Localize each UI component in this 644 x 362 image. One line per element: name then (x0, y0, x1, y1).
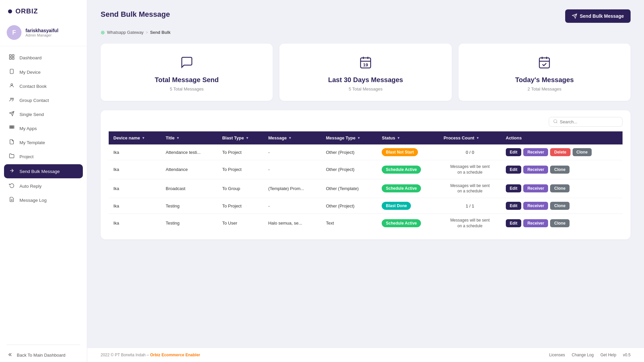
message-type-cell: Other (Project) (321, 144, 377, 160)
table-row: Ika Attendance To Project - Other (Proje… (109, 160, 623, 179)
table-row: Ika Testing To Project - Other (Project)… (109, 198, 623, 214)
footer: 2022 © PT Borwita Indah – Orbiz Ecommerc… (87, 348, 644, 362)
clone-button[interactable]: Clone (550, 202, 569, 210)
footer-left: 2022 © PT Borwita Indah – Orbiz Ecommerc… (101, 353, 200, 357)
breadcrumb-current: Send Bulk (150, 30, 170, 35)
receiver-button[interactable]: Receiver (523, 202, 548, 210)
edit-button[interactable]: Edit (506, 166, 522, 174)
bulk-messages-table: Device name ▼ Title ▼ Bl (109, 131, 623, 233)
sidebar-item-label: Contact Book (19, 84, 47, 89)
page-title: Send Bulk Message (101, 10, 170, 19)
table-section: Device name ▼ Title ▼ Bl (101, 110, 631, 239)
edit-button[interactable]: Edit (506, 148, 522, 156)
avatar: F (7, 25, 21, 40)
footer-licenses[interactable]: Licenses (549, 353, 565, 357)
process-count-cell: Messages will be senton a schedule (439, 160, 501, 179)
actions-cell: Edit Receiver Clone (501, 179, 623, 198)
clone-button[interactable]: Clone (550, 166, 569, 174)
sidebar-item-my-apps[interactable]: My Apps (0, 121, 87, 135)
message-type-cell: Other (Template) (321, 179, 377, 198)
col-device: Device name ▼ (109, 131, 161, 144)
process-count-cell: 0 / 0 (439, 144, 501, 160)
receiver-button[interactable]: Receiver (523, 219, 548, 227)
receiver-button[interactable]: Receiver (523, 166, 548, 174)
breadcrumb: ⊛ Whatsapp Gateway > Send Bulk (101, 29, 631, 36)
col-process-count: Process Count ▼ (439, 131, 501, 144)
clone-button[interactable]: Clone (550, 184, 569, 192)
clone-button[interactable]: Clone (550, 219, 569, 227)
stat-total-title: Total Message Send (155, 76, 219, 84)
action-buttons: Edit Receiver Clone (506, 219, 618, 227)
sidebar-item-message-log[interactable]: Message Log (0, 193, 87, 207)
process-count-cell: 1 / 1 (439, 198, 501, 214)
footer-gethelp[interactable]: Get Help (600, 353, 616, 357)
sidebar-item-my-device[interactable]: My Device (0, 65, 87, 79)
edit-button[interactable]: Edit (506, 202, 522, 210)
delete-button[interactable]: Delete (550, 148, 570, 156)
apps-icon (8, 125, 15, 132)
last30-icon: 19 (359, 56, 372, 72)
col-blast-type: Blast Type ▼ (217, 131, 263, 144)
receiver-button[interactable]: Receiver (523, 184, 548, 192)
table-row: Ika Testing To User Halo semua, se... Te… (109, 214, 623, 233)
status-badge: Blast Done (382, 202, 411, 210)
breadcrumb-link[interactable]: Whatsapp Gateway (107, 30, 144, 35)
filter-icon: ▼ (397, 136, 400, 140)
receiver-button[interactable]: Receiver (523, 148, 548, 156)
sidebar-item-contact-book[interactable]: Contact Book (0, 79, 87, 93)
title-cell: Attendance (161, 160, 217, 179)
message-cell: Halo semua, se... (264, 214, 321, 233)
svg-rect-0 (9, 55, 11, 56)
sidebar-item-label: Project (19, 154, 34, 159)
footer-changelog[interactable]: Change Log (572, 353, 594, 357)
device-cell: Ika (109, 214, 161, 233)
blast-type-cell: To Project (217, 160, 263, 179)
device-cell: Ika (109, 160, 161, 179)
message-cell: - (264, 160, 321, 179)
message-cell: (Template) Prom... (264, 179, 321, 198)
dashboard-icon (8, 54, 15, 61)
group-icon (8, 97, 15, 104)
col-actions: Actions (501, 131, 623, 144)
sidebar-item-auto-reply[interactable]: Auto Reply (0, 179, 87, 193)
bulk-send-icon (8, 168, 15, 175)
sidebar-item-project[interactable]: Project (0, 149, 87, 164)
stat-today: Today's Messages 2 Total Messages (459, 44, 631, 101)
title-cell: Testing (161, 214, 217, 233)
svg-text:19: 19 (363, 62, 368, 67)
status-cell: Schedule Active (377, 179, 439, 198)
device-cell: Ika (109, 144, 161, 160)
sidebar-item-send-bulk-message[interactable]: Send Bulk Message (4, 164, 83, 178)
action-buttons: Edit Receiver Clone (506, 166, 618, 174)
edit-button[interactable]: Edit (506, 219, 522, 227)
svg-rect-11 (10, 126, 11, 127)
svg-point-30 (554, 120, 557, 123)
svg-line-31 (556, 122, 557, 123)
clone-button[interactable]: Clone (573, 148, 592, 156)
back-icon (8, 352, 13, 358)
stat-total-sub: 5 Total Messages (170, 86, 204, 92)
footer-brand-link[interactable]: Orbiz Ecommerce Enabler (150, 353, 200, 357)
status-cell: Schedule Active (377, 214, 439, 233)
stat-last30: 19 Last 30 Days Messages 5 Total Message… (279, 44, 451, 101)
search-input[interactable] (560, 119, 618, 124)
sidebar-item-group-contact[interactable]: Group Contact (0, 93, 87, 107)
user-role: Admin Manager (25, 33, 58, 37)
sidebar-item-label: My Template (19, 140, 45, 145)
svg-rect-1 (12, 55, 14, 56)
message-cell: - (264, 144, 321, 160)
status-cell: Schedule Active (377, 160, 439, 179)
send-bulk-message-button[interactable]: Send Bulk Message (565, 9, 631, 23)
back-to-dashboard[interactable]: Back To Main Dashboard (0, 348, 87, 362)
sidebar-item-dashboard[interactable]: Dashboard (0, 50, 87, 65)
actions-cell: Edit Receiver Clone (501, 160, 623, 179)
device-icon (8, 69, 15, 75)
footer-version: v0.5 (623, 353, 631, 357)
filter-icon: ▼ (142, 136, 145, 140)
sidebar-item-single-send[interactable]: Single Send (0, 107, 87, 121)
sidebar: ORBIZ F fariskhasyaiful Admin Manager Da… (0, 0, 87, 362)
logo: ORBIZ (0, 0, 87, 21)
edit-button[interactable]: Edit (506, 184, 522, 192)
status-badge: Blast Not Start (382, 148, 418, 156)
sidebar-item-my-template[interactable]: My Template (0, 135, 87, 149)
